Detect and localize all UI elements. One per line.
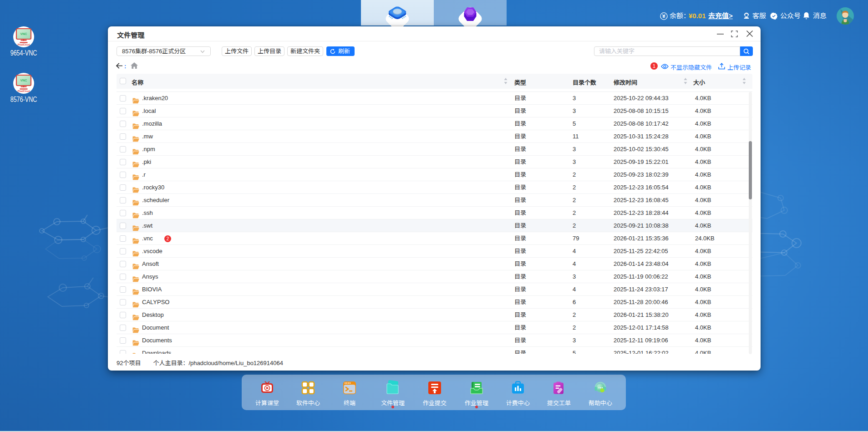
svg-text:VNC: VNC xyxy=(20,79,27,82)
svg-text:PhadCloud: PhadCloud xyxy=(18,43,30,46)
svg-text:VNC: VNC xyxy=(20,32,27,36)
svg-text:PhadCloud: PhadCloud xyxy=(18,90,30,92)
